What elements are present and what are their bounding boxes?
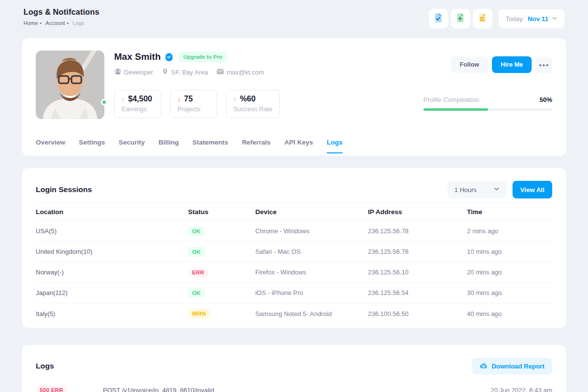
table-row: Norway(-) ERR Firefox - Windows 236.125.… — [36, 262, 552, 283]
profile-role: Developer — [114, 68, 153, 76]
verified-badge-icon — [165, 52, 173, 61]
cell-time: 30 mins ago — [467, 289, 552, 296]
cell-ip: 236.125.56.54 — [368, 289, 467, 296]
progress-track — [423, 108, 552, 111]
tab-security[interactable]: Security — [119, 139, 145, 153]
breadcrumb-home[interactable]: Home — [24, 20, 38, 26]
hire-me-button[interactable]: Hire Me — [492, 56, 532, 73]
cell-ip: 236.125.56.10 — [368, 269, 467, 276]
chevron-down-icon — [493, 186, 500, 194]
date-picker[interactable]: Today: Nov 11 — [499, 9, 564, 28]
cell-location: Italy(5) — [36, 310, 188, 318]
file-check-icon — [433, 13, 443, 25]
cell-location: Japan(112) — [36, 289, 188, 296]
col-status: Status — [188, 208, 255, 216]
envelope-icon — [217, 69, 224, 76]
online-status-dot — [101, 99, 107, 105]
logs-card: Logs Download Report 500 ERR POST /v1/in… — [22, 345, 566, 392]
ellipsis-icon: ●●● — [539, 62, 549, 68]
download-report-label: Download Report — [491, 363, 544, 370]
trend-down-icon: ↓ — [177, 96, 181, 103]
tab-referrals[interactable]: Referrals — [242, 139, 271, 153]
cell-location: United Kingdom(10) — [36, 248, 188, 255]
logs-title: Logs — [36, 362, 54, 370]
profile-location-label: SF, Bay Area — [171, 69, 208, 76]
page-title: Logs & Notifcations — [24, 8, 99, 17]
col-ip: IP Address — [368, 208, 467, 216]
breadcrumb: Home • Account • Logs — [24, 20, 99, 26]
tab-overview[interactable]: Overview — [36, 139, 65, 153]
view-all-button[interactable]: View All — [513, 181, 552, 198]
person-icon — [114, 68, 122, 76]
avatar — [36, 50, 104, 119]
trend-up-icon: ↑ — [122, 96, 125, 103]
stat-label: Success Rate — [233, 105, 272, 113]
breadcrumb-separator: • — [40, 21, 42, 26]
table-row: USA(5) OK Chrome - Windows 236.125.56.78… — [36, 221, 552, 242]
log-status-badge: 500 ERR — [36, 385, 67, 392]
cloud-download-icon — [480, 362, 488, 370]
topbar: Logs & Notifcations Home • Account • Log… — [0, 0, 588, 28]
table-row: Italy(5) WRN Samsung Noted 5- Android 23… — [36, 303, 552, 324]
status-badge: WRN — [188, 309, 210, 318]
cell-time: 2 mins ago — [467, 227, 552, 235]
profile-completion: Profile Compleation 50% — [423, 96, 552, 111]
login-sessions-table: Location Status Device IP Address Time U… — [22, 202, 566, 324]
cell-device: Chrome - Windows — [255, 227, 368, 235]
breadcrumb-account[interactable]: Account — [46, 20, 65, 26]
cell-device: Firefox - Windows — [255, 269, 368, 276]
cell-time: 10 mins ago — [467, 248, 552, 255]
log-date: 20 Jun 2022, 6:43 am — [490, 387, 552, 392]
profile-email: max@kt.com — [217, 69, 264, 76]
tab-logs[interactable]: Logs — [327, 139, 343, 153]
more-options-button[interactable]: ●●● — [536, 56, 552, 73]
file-lines-icon — [477, 13, 488, 25]
hours-filter-value: 1 Hours — [454, 186, 477, 194]
stat-value: 75 — [184, 95, 193, 103]
topbar-actions: Today: Nov 11 — [429, 9, 564, 28]
stat-value: $4,500 — [128, 95, 152, 103]
stat-value: %60 — [240, 95, 256, 103]
tab-billing[interactable]: Billing — [159, 139, 179, 153]
table-header-row: Location Status Device IP Address Time — [36, 202, 552, 221]
profile-actions-panel: Follow Hire Me ●●● Profile Compleation 5… — [423, 56, 552, 111]
file-check-button[interactable] — [429, 9, 448, 28]
tab-settings[interactable]: Settings — [79, 139, 105, 153]
stat-success-rate: ↑ %60 Success Rate — [226, 90, 280, 118]
cell-ip: 236.100.56.50 — [368, 310, 467, 318]
breadcrumb-logs: Logs — [73, 20, 84, 26]
hours-filter-select[interactable]: 1 Hours — [447, 181, 507, 198]
cell-location: Norway(-) — [36, 269, 188, 276]
login-sessions-card: Login Sessions 1 Hours View All Location… — [22, 168, 566, 328]
profile-location: SF, Bay Area — [162, 68, 208, 76]
follow-button[interactable]: Follow — [451, 56, 488, 73]
profile-stats: ↑ $4,500 Earnings ↓ 75 Projects ↑ %60 — [114, 90, 280, 118]
breadcrumb-separator: • — [67, 21, 69, 26]
table-row: United Kingdom(10) OK Safari - Mac OS 23… — [36, 242, 552, 262]
file-plus-icon — [455, 13, 466, 25]
log-entry-row: 500 ERR POST /v1/invoice/in_4819_8610/in… — [36, 385, 552, 392]
cell-device: iOS - iPhone Pro — [255, 289, 368, 296]
tab-statements[interactable]: Statements — [193, 139, 228, 153]
tab-api-keys[interactable]: API Keys — [284, 139, 313, 153]
cell-time: 40 mins ago — [467, 310, 552, 318]
login-sessions-title: Login Sessions — [36, 185, 92, 194]
col-location: Location — [36, 208, 188, 216]
page-heading: Logs & Notifcations Home • Account • Log… — [24, 8, 99, 26]
cell-location: USA(5) — [36, 227, 188, 235]
profile-name: Max Smith — [114, 51, 161, 62]
upgrade-to-pro-badge[interactable]: Upgrade to Pro — [178, 51, 227, 62]
status-badge: ERR — [188, 268, 208, 277]
file-plus-button[interactable] — [451, 9, 470, 28]
profile-email-label: max@kt.com — [226, 69, 264, 76]
progress-value: 50% — [539, 96, 552, 103]
map-pin-icon — [162, 68, 169, 76]
file-lines-button[interactable] — [473, 9, 492, 28]
status-badge: OK — [188, 288, 205, 298]
cell-ip: 236.125.56.78 — [368, 248, 467, 255]
download-report-button[interactable]: Download Report — [472, 358, 552, 374]
chevron-down-icon — [552, 14, 558, 23]
status-badge: OK — [188, 226, 205, 236]
status-badge: OK — [188, 247, 205, 257]
today-value: Nov 11 — [528, 15, 548, 23]
